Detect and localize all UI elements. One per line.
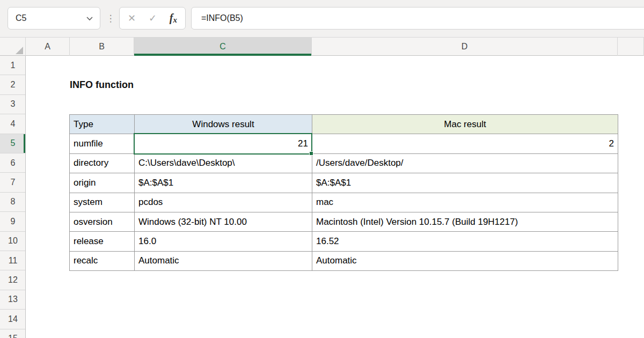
fill-handle[interactable]	[309, 151, 313, 156]
formula-button-group: ✕ ✓ fx	[119, 7, 186, 30]
name-box[interactable]: C5	[8, 7, 100, 30]
table-type-cell[interactable]: osversion	[70, 212, 135, 232]
table-result-cell[interactable]: 2	[312, 134, 618, 153]
formula-text: =INFO(B5)	[201, 13, 243, 23]
column-header-B[interactable]: B	[70, 38, 134, 56]
table-result-cell[interactable]: 16.52	[312, 232, 618, 251]
row-header-3[interactable]: 3	[0, 95, 26, 114]
row-header-8[interactable]: 8	[0, 193, 26, 212]
table-type-cell[interactable]: system	[70, 193, 135, 212]
row-header-14[interactable]: 14	[0, 310, 26, 329]
table-result-cell[interactable]: Macintosh (Intel) Version 10.15.7 (Build…	[312, 212, 618, 232]
table-type-cell[interactable]: numfile	[70, 134, 135, 153]
name-box-value: C5	[16, 13, 86, 23]
table-result-cell[interactable]: mac	[312, 193, 618, 212]
row-header-2[interactable]: 2	[0, 75, 26, 94]
table-type-cell[interactable]: release	[70, 232, 135, 251]
row-header-15[interactable]: 15	[0, 329, 26, 338]
table-result-cell[interactable]: $A:$A$1	[135, 173, 312, 193]
formula-input[interactable]: =INFO(B5)	[191, 7, 644, 30]
column-header-D[interactable]: D	[312, 38, 618, 56]
row-header-6[interactable]: 6	[0, 153, 26, 173]
table-result-cell[interactable]: pcdos	[135, 193, 312, 212]
table-header-cell[interactable]: Mac result	[312, 115, 618, 134]
row-header-13[interactable]: 13	[0, 290, 26, 310]
row-header-9[interactable]: 9	[0, 212, 26, 231]
row-header-4[interactable]: 4	[0, 114, 26, 134]
formula-toolbar: C5 ⋮ ✕ ✓ fx =INFO(B5)	[0, 0, 644, 38]
table-result-cell[interactable]: $A:$A$1	[312, 173, 618, 193]
table-result-cell[interactable]: Automatic	[312, 252, 618, 271]
table-result-cell[interactable]: /Users/dave/Desktop/	[312, 154, 618, 173]
fx-glyph-x: x	[173, 16, 177, 24]
column-header-partial[interactable]	[618, 38, 644, 56]
table-result-cell[interactable]: Windows (32-bit) NT 10.00	[135, 212, 312, 232]
table-result-cell[interactable]: 21	[135, 134, 312, 153]
row-header-5[interactable]: 5	[0, 134, 26, 153]
table-header-cell[interactable]: Type	[70, 115, 135, 134]
insert-function-icon[interactable]: fx	[170, 12, 177, 25]
table-header-cell[interactable]: Windows result	[135, 115, 312, 134]
table-type-cell[interactable]: recalc	[70, 252, 135, 271]
row-header-rail: 123456789101112131415	[0, 56, 26, 338]
table-result-cell[interactable]: Automatic	[135, 252, 312, 271]
select-all-triangle-icon	[16, 47, 23, 54]
formula-bar-separator-dots: ⋮	[106, 7, 115, 30]
row-header-1[interactable]: 1	[0, 56, 26, 75]
row-header-7[interactable]: 7	[0, 173, 26, 192]
table-type-cell[interactable]: origin	[70, 173, 135, 193]
table-type-cell[interactable]: directory	[70, 154, 135, 173]
column-header-band: ABCD	[0, 38, 644, 56]
column-header-A[interactable]: A	[26, 38, 70, 56]
results-table: TypeWindows resultMac resultnumfile212di…	[69, 114, 618, 271]
row-header-12[interactable]: 12	[0, 270, 26, 290]
row-header-11[interactable]: 11	[0, 251, 26, 270]
chevron-down-icon[interactable]	[86, 14, 93, 22]
table-result-cell[interactable]: C:\Users\dave\Desktop\	[135, 154, 312, 173]
column-header-C[interactable]: C	[134, 38, 312, 56]
sheet-body[interactable]: INFO function TypeWindows resultMac resu…	[26, 56, 644, 338]
cancel-icon[interactable]: ✕	[128, 13, 136, 23]
select-all-button[interactable]	[0, 38, 26, 56]
spreadsheet-app: C5 ⋮ ✕ ✓ fx =INFO(B5) ABCD 1234567891011…	[0, 0, 644, 338]
row-header-10[interactable]: 10	[0, 232, 26, 251]
enter-icon[interactable]: ✓	[149, 13, 157, 23]
table-result-cell[interactable]: 16.0	[135, 232, 312, 251]
cell-title[interactable]: INFO function	[70, 75, 134, 94]
